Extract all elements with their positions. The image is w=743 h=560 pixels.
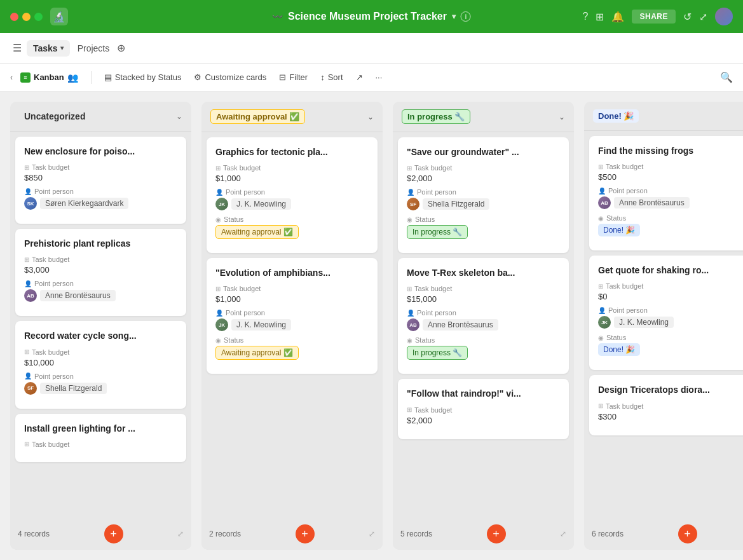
card-budget-field: ⊞ Task budget $3,000 — [24, 256, 177, 275]
projects-button[interactable]: Projects — [72, 40, 115, 57]
maximize-button[interactable] — [34, 13, 43, 21]
column-footer-awaiting: 2 records+⤢ — [201, 518, 383, 550]
expand-column-icon[interactable]: ⤢ — [177, 529, 184, 538]
budget-icon: ⊞ — [24, 256, 29, 263]
card-title: "Evolution of amphibians... — [215, 267, 369, 278]
add-record-button-done[interactable]: + — [678, 524, 697, 543]
refresh-icon[interactable]: ↺ — [683, 11, 692, 23]
person-name: Shella Fitzgerald — [423, 198, 489, 210]
card-title: Record water cycle song... — [24, 330, 177, 341]
card-title: Design Triceratops diora... — [598, 384, 743, 395]
card-title: Move T-Rex skeleton ba... — [407, 267, 560, 278]
column-footer-done: 6 records+⤢ — [584, 518, 743, 550]
status-label: ◉ Status — [598, 334, 743, 341]
sort-button[interactable]: ↕ Sort — [315, 70, 348, 85]
status-label: ◉ Status — [407, 336, 560, 344]
title-dropdown-icon[interactable]: ▾ — [452, 12, 456, 21]
table-row[interactable]: Graphics for tectonic pla... ⊞ Task budg… — [207, 137, 378, 253]
budget-label-text: Task budget — [32, 163, 69, 171]
info-icon[interactable]: i — [461, 11, 471, 22]
person-value: JK J. K. Meowling — [215, 198, 369, 210]
app-logo: 🔬 — [50, 8, 68, 25]
stacked-by-status-button[interactable]: ▤ Stacked by Status — [99, 70, 187, 85]
person-label-text: Point person — [226, 188, 265, 196]
table-row[interactable]: Design Triceratops diora... ⊞ Task budge… — [589, 375, 743, 435]
status-icon: ◉ — [407, 337, 412, 344]
column-inprogress: In progress 🔧⌄"Save our groundwater" ...… — [393, 102, 574, 550]
export-button[interactable]: ↗ — [351, 70, 368, 85]
status-badge: Awaiting approval ✅ — [215, 346, 299, 360]
add-view-icon[interactable]: ⊕ — [117, 42, 125, 54]
add-record-button-awaiting[interactable]: + — [296, 524, 315, 543]
avatar: JK — [598, 316, 611, 329]
person-name: J. K. Meowling — [231, 198, 291, 210]
budget-label: ⊞ Task budget — [215, 285, 369, 292]
sort-label: Sort — [328, 72, 343, 82]
column-chevron-inprogress[interactable]: ⌄ — [559, 113, 565, 121]
user-avatar[interactable] — [715, 8, 733, 25]
tasks-button[interactable]: Tasks ▾ — [27, 40, 70, 57]
column-chevron-uncategorized[interactable]: ⌄ — [176, 112, 182, 121]
card-person-field: 👤 Point person JK J. K. Meowling — [215, 309, 369, 331]
status-label: ◉ Status — [215, 336, 369, 344]
budget-label-text: Task budget — [414, 285, 452, 292]
titlebar: 🔬 〰️ Science Museum Project Tracker ▾ i … — [0, 0, 743, 33]
expand-column-icon[interactable]: ⤢ — [369, 529, 375, 538]
column-chevron-awaiting[interactable]: ⌄ — [367, 113, 374, 121]
expand-column-icon[interactable]: ⤢ — [560, 529, 566, 538]
budget-label-text: Task budget — [606, 282, 643, 290]
status-icon: ◉ — [598, 215, 604, 222]
table-row[interactable]: "Follow that raindrop!" vi... ⊞ Task bud… — [398, 379, 569, 439]
status-icon: ◉ — [407, 216, 412, 223]
card-person-field: 👤 Point person JK J. K. Meowling — [598, 306, 743, 329]
search-icon[interactable]: 🔍 — [720, 71, 733, 83]
table-row[interactable]: Move T-Rex skeleton ba... ⊞ Task budget … — [398, 258, 569, 374]
table-row[interactable]: Get quote for shaking ro... ⊞ Task budge… — [589, 256, 743, 370]
stacked-label: Stacked by Status — [115, 72, 182, 82]
budget-icon: ⊞ — [598, 163, 603, 170]
close-button[interactable] — [10, 13, 18, 21]
menu-icon[interactable]: ☰ — [10, 39, 24, 57]
table-row[interactable]: New enclosure for poiso... ⊞ Task budget… — [15, 137, 186, 224]
customize-label: Customize cards — [205, 72, 266, 82]
add-record-button-inprogress[interactable]: + — [487, 524, 506, 543]
bell-icon[interactable]: 🔔 — [611, 11, 624, 23]
person-value: JK J. K. Meowling — [598, 316, 743, 329]
column-done: Done! 🎉⌄Find the missing frogs ⊞ Task bu… — [584, 102, 743, 550]
share-button[interactable]: SHARE — [632, 10, 676, 24]
table-row[interactable]: "Save our groundwater" ... ⊞ Task budget… — [398, 137, 569, 253]
grid-icon[interactable]: ⊞ — [596, 11, 604, 23]
sort-icon: ↕ — [320, 72, 325, 82]
table-row[interactable]: Record water cycle song... ⊞ Task budget… — [15, 321, 186, 408]
person-value: AB Anne Brontësaurus — [407, 318, 560, 331]
status-label-text: Status — [224, 215, 243, 223]
card-budget-field: ⊞ Task budget $15,000 — [407, 285, 560, 304]
add-record-button-uncategorized[interactable]: + — [104, 524, 123, 543]
card-status-field: ◉ Status Done! 🎉 — [598, 214, 743, 236]
person-name: J. K. Meowling — [231, 319, 291, 331]
records-count: 5 records — [400, 529, 432, 538]
budget-label-text: Task budget — [606, 163, 643, 170]
minimize-button[interactable] — [22, 13, 31, 21]
filter-button[interactable]: ⊟ Filter — [274, 70, 313, 85]
status-badge: In progress 🔧 — [407, 225, 468, 239]
status-label-text: Status — [606, 334, 626, 341]
table-row[interactable]: Find the missing frogs ⊞ Task budget $50… — [589, 136, 743, 250]
person-icon: 👤 — [598, 307, 606, 314]
card-status-field: ◉ Status In progress 🔧 — [407, 336, 560, 360]
table-row[interactable]: "Evolution of amphibians... ⊞ Task budge… — [207, 258, 378, 374]
help-icon[interactable]: ? — [583, 11, 589, 22]
person-label-text: Point person — [34, 372, 74, 380]
kanban-view-button[interactable]: ≡ Kanban 👥 — [15, 70, 83, 85]
more-options-button[interactable]: ··· — [371, 70, 388, 85]
table-row[interactable]: Install green lighting for ... ⊞ Task bu… — [15, 414, 186, 462]
traffic-lights — [10, 13, 43, 21]
table-row[interactable]: Prehistoric plant replicas ⊞ Task budget… — [15, 229, 186, 316]
expand-icon[interactable]: ⤢ — [699, 11, 707, 23]
person-label: 👤 Point person — [24, 188, 177, 195]
budget-value: $850 — [24, 173, 177, 182]
customize-cards-button[interactable]: ⚙ Customize cards — [189, 70, 271, 85]
budget-value: $2,000 — [407, 416, 560, 425]
budget-label: ⊞ Task budget — [407, 406, 560, 414]
view-chevron-icon[interactable]: ‹ — [10, 73, 13, 82]
